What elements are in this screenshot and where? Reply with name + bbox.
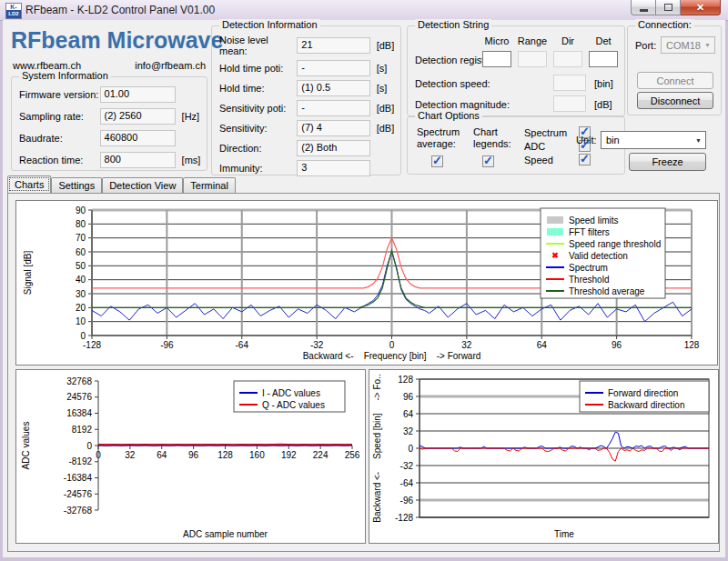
- connection-panel: Connection: Port: COM18 ▼ Connect Discon…: [627, 25, 722, 115]
- email-link[interactable]: info@rfbeam.ch: [135, 60, 206, 71]
- unit-combobox[interactable]: bin ▼: [601, 131, 706, 149]
- port-dropdown-icon: ▼: [704, 42, 711, 48]
- info-row-label: Sensitivity:: [219, 123, 297, 134]
- toggle-label-speed: Speed: [524, 155, 553, 166]
- svg-text:32: 32: [403, 426, 414, 436]
- unit-value: bin: [606, 135, 620, 145]
- svg-text:ADC sample number: ADC sample number: [183, 529, 268, 539]
- svg-text:Spectrum: Spectrum: [569, 263, 608, 273]
- window-title: RFbeam - K-LD2 Control Panel V01.00: [25, 4, 215, 16]
- svg-text:30: 30: [76, 289, 86, 299]
- info-row-value: 460800: [100, 130, 176, 146]
- svg-text:224: 224: [313, 450, 329, 460]
- chart-legends-checkbox[interactable]: ✓: [482, 155, 494, 167]
- svg-text:32: 32: [125, 450, 136, 460]
- maximize-icon: [664, 4, 672, 11]
- svg-text:Valid detection: Valid detection: [569, 251, 628, 261]
- chart-options-panel: Chart Options Spectrum average: ✓ Chart …: [407, 116, 625, 175]
- tab-settings[interactable]: Settings: [51, 177, 102, 193]
- register-column-header: Dir: [552, 35, 583, 46]
- svg-text:192: 192: [281, 450, 297, 460]
- detection-info-rows: Noise level mean:21[dB]Hold time poti:-[…: [212, 26, 400, 176]
- svg-text:0: 0: [408, 444, 413, 454]
- detection-string-title: Detection String: [415, 19, 491, 30]
- svg-text:FFT filters: FFT filters: [569, 227, 610, 237]
- svg-text:64: 64: [537, 340, 548, 350]
- info-row-value: -: [297, 100, 369, 116]
- svg-text:✖: ✖: [551, 251, 559, 260]
- detection-speed-label: Detection speed:: [415, 78, 490, 89]
- tab-terminal[interactable]: Terminal: [183, 177, 236, 193]
- svg-text:Q - ADC values: Q - ADC values: [262, 400, 325, 410]
- detection-string-panel: Detection String MicroRangeDirDet Detect…: [407, 25, 625, 116]
- info-row-unit: [s]: [377, 63, 400, 74]
- toggle-label-adc: ADC: [524, 141, 545, 153]
- svg-text:32768: 32768: [66, 376, 92, 386]
- svg-text:-64: -64: [236, 340, 249, 350]
- system-info-rows: Firmware version:01.00Sampling rate:(2) …: [12, 77, 207, 168]
- info-row-value: 800: [100, 152, 176, 168]
- connection-title: Connection:: [635, 19, 694, 30]
- svg-text:-24576: -24576: [64, 489, 93, 499]
- tab-detection-view[interactable]: Detection View: [102, 177, 183, 193]
- svg-text:128: 128: [684, 340, 700, 350]
- svg-text:16384: 16384: [66, 408, 92, 418]
- app-icon-text-top: K-: [6, 4, 21, 10]
- minimize-button[interactable]: [631, 0, 656, 15]
- check-icon: ✓: [432, 154, 442, 167]
- spectrum-average-label: Spectrum average:: [417, 126, 471, 150]
- detection-magnitude-label: Detection magnitude:: [415, 99, 510, 110]
- register-box-micro: [482, 51, 511, 67]
- system-info-title: System Information: [19, 70, 111, 81]
- info-row: Noise level mean:21[dB]: [219, 35, 400, 56]
- detection-info-title: Detection Information: [219, 19, 320, 30]
- svg-text:0: 0: [80, 331, 86, 341]
- info-row: Direction:(2) Both: [219, 140, 400, 156]
- info-row-unit: [dB]: [377, 123, 400, 134]
- info-row-value: 3: [297, 160, 369, 176]
- svg-text:-32: -32: [310, 340, 324, 350]
- info-row-label: Sampling rate:: [19, 111, 100, 122]
- info-row-label: Hold time poti:: [219, 63, 297, 74]
- svg-text:0: 0: [86, 441, 92, 451]
- maximize-button[interactable]: [656, 0, 681, 15]
- info-row-label: Noise level mean:: [219, 35, 297, 56]
- unit-label: Unit:: [576, 135, 597, 145]
- disconnect-button[interactable]: Disconnect: [637, 92, 713, 109]
- system-info-panel: System Information Firmware version:01.0…: [11, 76, 207, 171]
- port-combobox[interactable]: COM18 ▼: [661, 36, 715, 54]
- toggle-checkbox-speed[interactable]: ✓: [579, 154, 591, 165]
- info-row-unit: [dB]: [377, 103, 400, 114]
- close-button[interactable]: ✕: [681, 0, 721, 15]
- freeze-button[interactable]: Freeze: [629, 153, 706, 171]
- svg-text:128: 128: [217, 450, 233, 460]
- info-row-value: 21: [297, 37, 369, 54]
- info-row: Sensitivity poti:-[dB]: [219, 100, 400, 116]
- window-buttons: ✕: [631, 0, 721, 15]
- speed-chart: -128-96-64-320326496128TimeBackward <- S…: [369, 369, 719, 544]
- svg-text:-32768: -32768: [64, 506, 93, 516]
- svg-text:Threshold average: Threshold average: [569, 286, 645, 296]
- svg-text:-96: -96: [160, 340, 174, 350]
- port-value: COM18: [666, 40, 701, 51]
- svg-text:96: 96: [403, 392, 414, 402]
- svg-text:-128: -128: [395, 513, 413, 523]
- svg-text:-8192: -8192: [68, 456, 92, 466]
- svg-text:50: 50: [76, 261, 86, 271]
- info-row-unit: [dB]: [377, 40, 400, 51]
- connect-button[interactable]: Connect: [637, 72, 713, 89]
- info-row-unit: [Hz]: [182, 111, 207, 122]
- check-icon: ✓: [580, 152, 590, 165]
- info-row: Sensitivity:(7) 4[dB]: [219, 120, 400, 136]
- adc-chart: -32768-24576-16384-819208192163842457632…: [15, 369, 366, 544]
- spectrum-average-checkbox[interactable]: ✓: [431, 155, 443, 167]
- charts-tab-panel: 0102030405060708090-128-96-64-3203264961…: [7, 193, 720, 552]
- svg-text:40: 40: [76, 275, 86, 285]
- tab-charts[interactable]: Charts: [7, 175, 51, 193]
- register-box-range: [518, 51, 547, 67]
- info-row: Reaction time:800[ms]: [19, 152, 207, 168]
- info-row-label: Reaction time:: [19, 155, 100, 165]
- info-row-value: (7) 4: [297, 120, 369, 136]
- info-row-label: Direction:: [219, 143, 297, 154]
- register-column-header: Range: [517, 35, 548, 46]
